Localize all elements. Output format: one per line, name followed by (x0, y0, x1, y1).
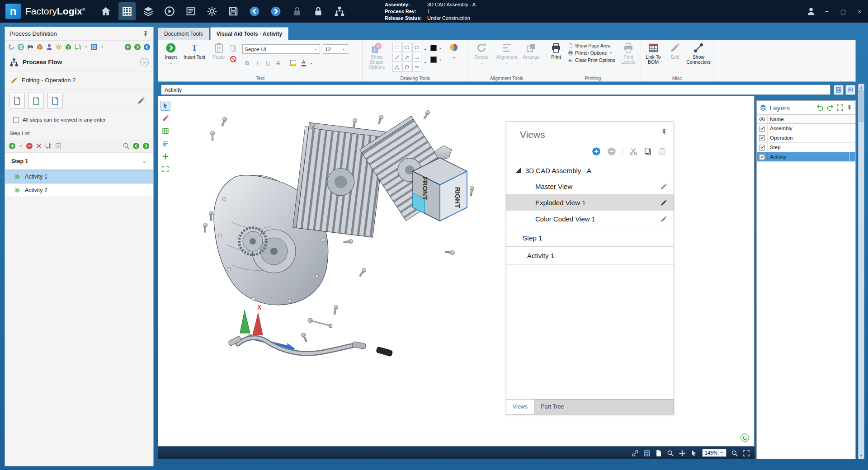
measure-tool-icon[interactable] (160, 113, 170, 123)
pin-icon[interactable] (846, 104, 853, 111)
component-icon[interactable] (65, 43, 72, 51)
cut-view-icon[interactable] (629, 147, 637, 156)
layer-visibility-checkbox[interactable] (759, 135, 765, 141)
sitemap-button[interactable] (331, 2, 348, 20)
user-account-button[interactable] (807, 7, 816, 16)
shape-ellipse-button[interactable] (412, 43, 421, 52)
scroll-down-arrow[interactable]: ▼ (859, 452, 864, 459)
grid-toggle-icon[interactable] (643, 449, 651, 457)
add-view-icon[interactable] (592, 147, 601, 156)
gallery-down-icon[interactable] (423, 58, 428, 66)
shape-curve-button[interactable] (412, 53, 421, 62)
record-circle-icon[interactable] (124, 43, 132, 51)
layer-visibility-checkbox[interactable] (759, 145, 765, 150)
table-tool-icon[interactable] (160, 126, 170, 136)
print-button[interactable]: Print (546, 40, 566, 74)
clear-print-options-button[interactable]: Clear Print Options (568, 57, 615, 63)
paste-button[interactable]: Paste (207, 40, 231, 74)
back-button[interactable] (246, 2, 263, 20)
any-order-checkbox[interactable] (13, 117, 19, 123)
transform-tool-icon[interactable] (160, 164, 170, 174)
zoom-page-icon[interactable] (667, 449, 674, 457)
shape-rectangle-button[interactable] (392, 43, 401, 52)
info-circle-icon[interactable] (143, 43, 151, 51)
shape-triangle-button[interactable] (392, 63, 401, 72)
edit-pencil-button[interactable] (133, 93, 149, 109)
expand-panel-icon[interactable] (836, 104, 844, 111)
arrange-button[interactable]: Arrange (520, 40, 542, 74)
checkout-lock-button[interactable] (310, 2, 327, 20)
pointer-icon[interactable] (690, 449, 698, 457)
document-data-button[interactable] (47, 93, 63, 109)
grid-view-button[interactable] (834, 85, 844, 95)
media-button[interactable] (161, 2, 178, 20)
editing-operation-row[interactable]: Editing - Operation 2 (5, 71, 153, 89)
user-icon[interactable] (46, 43, 53, 51)
print-labels-button[interactable]: Print Labels (618, 40, 639, 74)
process-flow-node[interactable]: Process Flow (5, 53, 153, 71)
color-wheel-caret-icon[interactable] (452, 53, 456, 61)
link-zoom-icon[interactable] (632, 449, 639, 457)
pan-icon[interactable] (679, 449, 686, 457)
add-caret-icon[interactable] (19, 143, 23, 149)
paste-view-icon[interactable] (658, 147, 666, 156)
highlight-color-button[interactable] (288, 58, 298, 68)
layer-visibility-checkbox[interactable] (759, 126, 765, 132)
copy-structure-icon[interactable] (74, 43, 81, 51)
home-button[interactable] (97, 2, 114, 20)
layers-stack-button[interactable] (140, 2, 157, 20)
tab-views[interactable]: Views (506, 400, 534, 414)
undo-icon[interactable] (816, 104, 824, 111)
save-button[interactable] (225, 2, 242, 20)
shape-polygon-button[interactable] (402, 63, 411, 72)
show-connectors-button[interactable]: Show Connectors (685, 40, 712, 74)
print-icon[interactable] (27, 43, 34, 51)
export-box-icon[interactable] (36, 43, 43, 51)
views-activity-row[interactable]: Activity 1 (506, 247, 674, 265)
bold-button[interactable]: B (242, 58, 252, 68)
collapse-chevron-icon[interactable] (140, 58, 149, 66)
alignment-button[interactable]: Alignment (495, 40, 519, 74)
paste-small-icon[interactable] (230, 44, 237, 52)
pin-icon[interactable] (142, 30, 149, 38)
step-group-header[interactable]: Step 1 (5, 153, 153, 170)
layer-row-selected[interactable]: Activity (757, 152, 855, 162)
font-family-select[interactable]: Segoe UI (242, 44, 320, 54)
tree-expander-icon[interactable] (515, 168, 521, 173)
document-name-input[interactable] (161, 85, 830, 95)
form-view-button[interactable] (845, 85, 855, 95)
select-tool-icon[interactable] (160, 101, 170, 111)
visibility-eye-icon[interactable] (757, 115, 768, 123)
link-to-bom-button[interactable]: Link To BOM (642, 40, 665, 74)
redo-icon[interactable] (826, 104, 834, 111)
font-color-caret-icon[interactable] (309, 59, 314, 67)
zoom-in-icon[interactable] (731, 449, 738, 457)
shape-line-button[interactable] (392, 53, 401, 62)
insert-text-button[interactable]: T Insert Text (183, 40, 206, 74)
views-tree-root[interactable]: 3D CAD Assembly - A (506, 163, 674, 178)
paste-icon[interactable] (55, 142, 62, 150)
dropdown-caret-icon[interactable] (100, 44, 104, 50)
rename-pencil-icon[interactable] (660, 198, 667, 207)
news-button[interactable] (182, 2, 199, 20)
stroke-color-swatch[interactable] (430, 45, 437, 51)
shape-arrow-button[interactable] (402, 53, 411, 62)
strikethrough-button[interactable]: S (274, 58, 283, 68)
delete-icon[interactable] (36, 142, 42, 149)
stroke-color-caret-icon[interactable] (438, 44, 443, 52)
printer-options-button[interactable]: Printer Options (568, 50, 615, 56)
underline-button[interactable]: U (263, 58, 273, 68)
dropdown-caret-icon[interactable] (84, 44, 88, 50)
color-wheel-icon[interactable] (449, 43, 458, 52)
cad-viewport[interactable]: FRONT RIGHT X (181, 109, 493, 371)
visual-aid-canvas[interactable]: FRONT RIGHT X (158, 96, 755, 446)
tab-part-tree[interactable]: Part Tree (534, 400, 570, 414)
views-step-row[interactable]: Step 1 (506, 229, 674, 247)
rename-pencil-icon[interactable] (660, 182, 667, 190)
fill-color-swatch[interactable] (430, 56, 437, 63)
remove-view-icon[interactable] (607, 147, 616, 156)
move-tool-icon[interactable] (160, 151, 170, 161)
zoom-level-select[interactable]: 145% (702, 449, 726, 457)
rotate-button[interactable]: Rotate (470, 40, 493, 74)
fill-color-caret-icon[interactable] (438, 56, 443, 64)
